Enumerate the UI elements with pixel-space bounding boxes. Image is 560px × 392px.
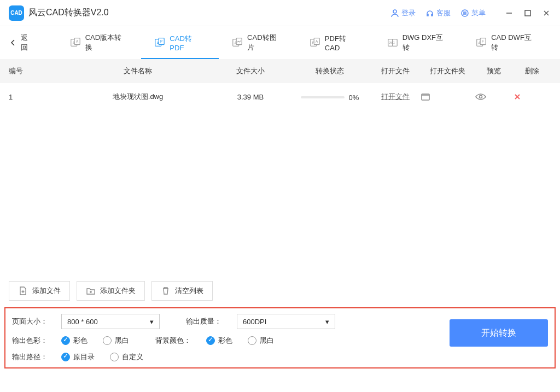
output-color-label: 输出色彩：: [12, 336, 50, 346]
trash-icon: [161, 286, 171, 296]
row-status: 0%: [289, 92, 371, 102]
preview-icon[interactable]: [475, 91, 513, 103]
add-folder-button[interactable]: 添加文件夹: [77, 281, 145, 301]
tab-pdf-to-cad[interactable]: PA PDF转CAD: [296, 26, 374, 59]
tab-label: PDF转CAD: [325, 34, 361, 52]
page-size-value: 800 * 600: [67, 318, 98, 326]
header-open: 打开文件: [371, 66, 420, 76]
chevron-down-icon: ▾: [150, 318, 154, 326]
radio-icon: [248, 336, 256, 345]
row-filename: 地块现状图.dwg: [63, 92, 212, 102]
header-preview: 预览: [475, 66, 513, 76]
color-bw-label: 黑白: [115, 336, 129, 346]
radio-checked-icon: [61, 353, 70, 361]
back-button[interactable]: 返回: [9, 33, 35, 52]
header-size: 文件大小: [212, 66, 289, 76]
tab-label: CAD转图片: [247, 33, 283, 52]
maximize-button[interactable]: [523, 8, 533, 18]
bg-color-label-text: 彩色: [218, 336, 232, 346]
add-file-button[interactable]: 添加文件: [9, 281, 70, 301]
svg-rect-2: [525, 10, 530, 16]
svg-point-0: [393, 10, 396, 13]
add-file-icon: [18, 286, 28, 296]
login-button[interactable]: 登录: [390, 8, 416, 18]
quality-value: 600DPI: [243, 318, 266, 326]
page-size-select[interactable]: 800 * 600 ▾: [61, 314, 160, 329]
svg-text:P: P: [160, 39, 162, 43]
add-folder-label: 添加文件夹: [100, 286, 136, 296]
radio-icon: [110, 353, 119, 361]
minimize-button[interactable]: [504, 8, 514, 18]
bg-option-color[interactable]: 彩色: [206, 336, 232, 346]
row-num: 1: [9, 93, 63, 101]
menu-label: 菜单: [471, 8, 486, 18]
path-custom-label: 自定义: [122, 352, 143, 362]
bg-option-bw[interactable]: 黑白: [248, 336, 274, 346]
app-title: 风云CAD转换器V2.0: [28, 7, 390, 19]
app-logo: CAD: [9, 5, 24, 21]
user-icon: [390, 9, 399, 17]
titlebar: CAD 风云CAD转换器V2.0 登录 客服 菜单: [0, 0, 560, 26]
svg-text:A: A: [76, 39, 79, 43]
back-label: 返回: [21, 33, 35, 52]
settings-panel: 页面大小： 800 * 600 ▾ 输出质量： 600DPI ▾ 输出色彩： 彩…: [4, 307, 556, 368]
clear-list-button[interactable]: 清空列表: [151, 281, 213, 301]
cad-version-icon: AA: [70, 37, 81, 48]
tab-cad-version[interactable]: AA CAD版本转换: [57, 26, 142, 59]
add-folder-icon: [86, 286, 96, 296]
color-option-bw[interactable]: 黑白: [103, 336, 129, 346]
header-status: 转换状态: [289, 66, 371, 76]
bg-color-label: 背景颜色：: [155, 336, 191, 346]
color-option-color[interactable]: 彩色: [61, 336, 88, 346]
cad-pdf-icon: AP: [154, 37, 165, 48]
tab-label: CAD DWF互转: [491, 33, 538, 52]
quality-select[interactable]: 600DPI ▾: [237, 314, 335, 329]
header-folder: 打开文件夹: [420, 66, 475, 76]
progress-pct: 0%: [349, 93, 359, 102]
table-header: 编号 文件名称 文件大小 转换状态 打开文件 打开文件夹 预览 删除: [0, 59, 560, 83]
close-button[interactable]: [541, 8, 551, 18]
svg-text:DWG: DWG: [388, 42, 395, 44]
menu-icon: [460, 9, 469, 17]
start-convert-button[interactable]: 开始转换: [450, 319, 548, 347]
table-body: 1 地块现状图.dwg 3.39 MB 0% 打开文件: [0, 83, 560, 274]
tab-cad-to-image[interactable]: A CAD转图片: [219, 26, 296, 59]
path-option-custom[interactable]: 自定义: [110, 352, 143, 362]
support-label: 客服: [436, 8, 451, 18]
table-row: 1 地块现状图.dwg 3.39 MB 0% 打开文件: [0, 83, 560, 110]
color-color-label: 彩色: [73, 336, 88, 346]
header-delete: 删除: [513, 66, 551, 76]
radio-checked-icon: [206, 336, 215, 345]
quality-label: 输出质量：: [186, 317, 221, 326]
pdf-cad-icon: PA: [310, 37, 320, 48]
cad-image-icon: A: [232, 37, 243, 48]
header-name: 文件名称: [63, 66, 212, 76]
svg-point-26: [480, 96, 482, 98]
header-num: 编号: [9, 66, 63, 76]
dwg-dxf-icon: DWG: [387, 37, 398, 48]
headset-icon: [425, 9, 434, 17]
path-original-label: 原目录: [73, 352, 95, 362]
tab-dwg-dxf[interactable]: DWG DWG DXF互转: [374, 26, 463, 59]
clear-label: 清空列表: [175, 286, 203, 296]
menu-button[interactable]: 菜单: [460, 8, 486, 18]
tab-label: CAD版本转换: [85, 33, 129, 52]
support-button[interactable]: 客服: [425, 8, 451, 18]
toolbar: 添加文件 添加文件夹 清空列表: [0, 274, 560, 307]
svg-text:A: A: [316, 39, 318, 43]
svg-text:F: F: [482, 39, 484, 43]
open-folder-icon[interactable]: [420, 91, 475, 102]
svg-rect-13: [236, 38, 242, 45]
tab-cad-to-pdf[interactable]: AP CAD转PDF: [141, 26, 219, 59]
page-size-label: 页面大小：: [12, 317, 50, 326]
progress-bar: [301, 96, 345, 98]
delete-icon[interactable]: [513, 92, 551, 101]
radio-icon: [103, 336, 112, 345]
cad-dwf-icon: AF: [476, 37, 487, 48]
path-option-original[interactable]: 原目录: [61, 352, 95, 362]
add-file-label: 添加文件: [32, 286, 61, 296]
tab-label: DWG DXF互转: [402, 33, 450, 52]
open-file-link[interactable]: 打开文件: [381, 92, 410, 101]
tab-bar: 返回 AA CAD版本转换 AP CAD转PDF A CAD转图片 PA PDF…: [0, 26, 560, 59]
tab-cad-dwf[interactable]: AF CAD DWF互转: [463, 26, 551, 59]
